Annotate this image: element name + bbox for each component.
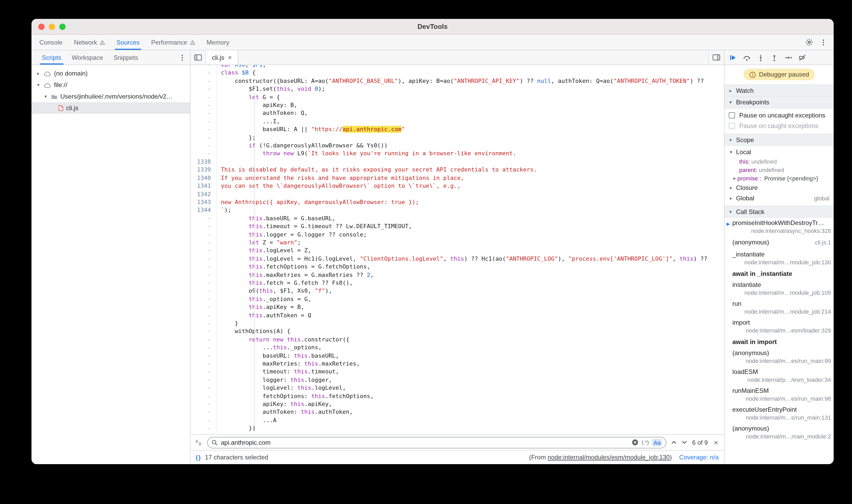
gutter-line-number[interactable]: - (191, 150, 217, 158)
gutter-line-number[interactable]: - (191, 425, 217, 433)
gutter-line-number[interactable]: - (191, 101, 217, 109)
code-text[interactable]: return new this.constructor({ (217, 336, 724, 344)
code-text[interactable]: }; (217, 133, 724, 142)
breakpoints-section-header[interactable]: ▾ Breakpoints (725, 96, 834, 109)
gutter-line-number[interactable]: - (191, 360, 217, 368)
code-text[interactable]: throw new L9(`It looks like you're runni… (217, 150, 724, 158)
scope-section-header[interactable]: ▾ Scope (725, 134, 834, 146)
tab-console[interactable]: Console (34, 35, 68, 50)
code-text[interactable]: this.logger = G.logger ?? console; (217, 231, 724, 239)
gutter-line-number[interactable]: - (191, 69, 217, 77)
code-text[interactable]: authToken: this.authToken, (217, 408, 724, 416)
code-text[interactable]: this._options = G, (217, 295, 724, 303)
checkbox[interactable] (729, 123, 735, 129)
code-text[interactable]: constructor({baseURL: A=ao("ANTHROPIC_BA… (217, 77, 724, 85)
tree-item[interactable]: ▾file:// (32, 79, 190, 91)
call-stack-frame[interactable]: _instantiatenode:internal/m…module_job:1… (725, 249, 834, 268)
code-text[interactable]: ...A (217, 416, 724, 425)
scope-group-local[interactable]: ▾Local (725, 147, 834, 157)
code-text[interactable]: if (!G.dangerouslyAllowBrowser && Ys0()) (217, 142, 724, 150)
code-text[interactable]: logger: this.logger, (217, 376, 724, 384)
gutter-line-number[interactable]: - (191, 231, 217, 239)
call-stack-frame[interactable]: (anonymous)node:internal/m…main_module:2 (725, 423, 834, 442)
code-text[interactable]: let G = { (217, 93, 724, 101)
tab-memory[interactable]: Memory (201, 35, 235, 50)
next-match-icon[interactable] (681, 440, 687, 444)
code-text[interactable]: this.authToken = Q (217, 311, 724, 319)
source-mapping-link[interactable]: node:internal/modules/esm/module_job:130 (548, 454, 670, 461)
code-text[interactable]: baseURL: this.baseURL, (217, 352, 724, 360)
gutter-line-number[interactable]: - (191, 65, 217, 69)
code-text[interactable]: apiKey: this.apiKey, (217, 400, 724, 408)
code-text[interactable]: this.maxRetries = G.maxRetries ?? 2, (217, 271, 724, 279)
code-text[interactable]: logLevel: this.logLevel, (217, 384, 724, 392)
zoom-window-button[interactable] (59, 23, 66, 30)
gutter-line-number[interactable]: - (191, 432, 217, 434)
code-text[interactable] (217, 190, 724, 198)
code-text[interactable]: new Anthropic({ apiKey, dangerouslyAllow… (217, 198, 724, 206)
call-stack-frame[interactable]: loadESMnode:internal/p…/esm_loader:34 (725, 366, 834, 385)
code-text[interactable]: } (217, 432, 724, 434)
gutter-line-number[interactable]: 1340 (191, 174, 217, 182)
call-stack-frame[interactable]: promiseInitHookWithDestroyTr…node:intern… (725, 218, 834, 236)
gutter-line-number[interactable]: - (191, 126, 217, 134)
call-stack-frame[interactable]: instantiatenode:internal/m…module_job:10… (725, 280, 834, 299)
checkbox[interactable] (729, 112, 735, 119)
code-text[interactable]: class $B { (217, 69, 724, 77)
code-text[interactable]: }) (217, 425, 724, 433)
gutter-line-number[interactable]: - (191, 287, 217, 295)
gutter-line-number[interactable]: - (191, 142, 217, 150)
code-text[interactable]: this.timeout = G.timeout ?? Lw.DEFAULT_T… (217, 222, 724, 231)
gutter-line-number[interactable]: - (191, 319, 217, 327)
gutter-line-number[interactable]: - (191, 77, 217, 85)
gutter-line-number[interactable]: - (191, 400, 217, 408)
gutter-line-number[interactable]: 1343 (191, 198, 217, 206)
gutter-line-number[interactable]: - (191, 303, 217, 311)
coverage-link[interactable]: Coverage: n/a (679, 454, 719, 461)
gutter-line-number[interactable]: - (191, 343, 217, 352)
gutter-line-number[interactable]: 1344 (191, 206, 217, 215)
gutter-line-number[interactable]: - (191, 384, 217, 392)
breakpoint-toggle-row[interactable]: Pause on caught exceptions (725, 121, 834, 131)
deactivate-breakpoints-icon[interactable] (798, 54, 806, 61)
code-text[interactable]: let Z = "warn"; (217, 239, 724, 247)
minimize-window-button[interactable] (49, 23, 55, 30)
call-stack-frame[interactable]: runnode:internal/m…module_job:214 (725, 299, 834, 317)
gutter-line-number[interactable]: - (191, 376, 217, 384)
close-tab-icon[interactable]: × (228, 54, 232, 61)
call-stack-frame[interactable]: runMainESMnode:internal/m…es/run_main:98 (725, 385, 834, 404)
code-text[interactable]: this.baseURL = G.baseURL, (217, 214, 724, 222)
search-mode-icon[interactable]: AB (195, 439, 202, 446)
gutter-line-number[interactable]: - (191, 327, 217, 336)
code-text[interactable]: apiKey: B, (217, 101, 724, 109)
gutter-line-number[interactable]: - (191, 336, 217, 344)
scope-variable[interactable]: this: undefined (725, 157, 834, 166)
breakpoint-toggle-row[interactable]: Pause on uncaught exceptions (725, 110, 834, 121)
gutter-line-number[interactable]: - (191, 271, 217, 279)
tree-item[interactable]: ▸(no domain) (32, 68, 190, 79)
gutter-line-number[interactable]: - (191, 214, 217, 222)
tree-item[interactable]: ▾Users/jinhuilee/.nvm/versions/node/v2… (32, 91, 190, 102)
previous-match-icon[interactable] (671, 440, 677, 444)
gutter-line-number[interactable]: - (191, 311, 217, 319)
navigator-tab-snippets[interactable]: Snippets (108, 50, 143, 65)
resume-script-icon[interactable] (729, 54, 736, 61)
gutter-line-number[interactable]: - (191, 93, 217, 101)
gutter-line-number[interactable]: 1338 (191, 158, 217, 166)
gutter-line-number[interactable]: - (191, 255, 217, 263)
clear-search-icon[interactable] (632, 439, 639, 446)
code-text[interactable]: timeout: this.timeout, (217, 368, 724, 376)
code-text[interactable]: this.fetchOptions = G.fetchOptions, (217, 263, 724, 271)
watch-section-header[interactable]: ▸ Watch (725, 85, 834, 96)
call-stack-frame[interactable]: (anonymous)node:internal/m…es/run_main:9… (725, 348, 834, 366)
code-text[interactable]: If you understand the risks and have app… (217, 174, 724, 182)
gutter-line-number[interactable]: 1339 (191, 166, 217, 174)
more-options-icon[interactable]: ⋮ (820, 39, 827, 46)
gutter-line-number[interactable]: - (191, 85, 217, 93)
code-text[interactable]: this.logLevel = Hc1(G.logLevel, "ClientO… (217, 255, 724, 263)
code-text[interactable]: ...this._options, (217, 343, 724, 352)
call-stack-frame[interactable]: executeUserEntryPointnode:internal/m…s/r… (725, 404, 834, 423)
close-window-button[interactable] (38, 23, 45, 30)
gutter-line-number[interactable]: - (191, 247, 217, 255)
gutter-line-number[interactable]: - (191, 133, 217, 142)
